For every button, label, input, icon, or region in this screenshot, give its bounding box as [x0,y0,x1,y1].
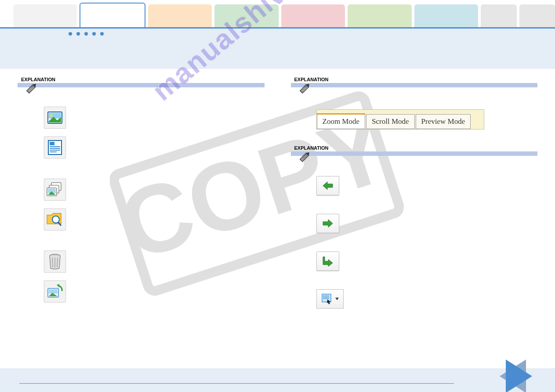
trash-icon[interactable] [44,251,66,273]
dot [92,32,96,36]
navigation-buttons [316,176,538,309]
mode-scroll[interactable]: Scroll Mode [366,114,415,129]
section-label-left: EXPLANATION [21,77,265,82]
svg-rect-29 [49,289,58,294]
dot [76,32,80,36]
svg-marker-31 [57,284,59,288]
svg-line-27 [57,258,58,267]
top-tabs-row [0,0,555,27]
image-icon[interactable] [44,107,66,129]
progress-dots [69,32,555,36]
toolbar-icons-list [44,107,265,302]
arrow-left-icon [322,181,334,191]
mode-tab-bar: Zoom Mode Scroll Mode Preview Mode [316,109,484,129]
footer-divider [19,383,454,384]
back-button[interactable] [316,176,339,195]
next-page-arrow[interactable] [505,360,553,392]
section-label-right-top: EXPLANATION [294,77,538,82]
tab-4[interactable] [281,4,345,27]
slideshow-icon[interactable] [44,179,66,201]
tab-3[interactable] [214,4,278,27]
rotate-image-icon[interactable] [44,281,66,302]
chevron-down-icon [335,298,339,300]
tab-5[interactable] [348,4,411,27]
pencil-icon [24,80,40,96]
svg-line-25 [52,258,53,267]
tab-0[interactable] [13,4,77,27]
left-column: EXPLANATION [18,77,265,309]
footer-bar [0,368,555,392]
svg-marker-51 [506,360,532,392]
svg-rect-44 [322,294,331,302]
up-level-button[interactable] [316,252,339,271]
select-tool-icon [321,293,334,305]
zoom-folder-icon[interactable] [44,209,66,230]
tab-1-active[interactable] [80,3,145,27]
tab-8[interactable] [519,4,555,27]
mode-preview[interactable]: Preview Mode [416,114,471,129]
page-layout-icon[interactable] [44,137,66,158]
arrow-right-icon [322,219,334,228]
mode-zoom[interactable]: Zoom Mode [317,113,366,129]
arrow-up-back-icon [322,256,334,266]
pencil-icon [297,80,313,96]
tab-2[interactable] [148,4,212,27]
section-bar-left [18,83,265,87]
dot [69,32,72,36]
dot [100,32,104,36]
selection-tool-button[interactable] [316,289,344,309]
svg-marker-42 [323,182,333,190]
tab-7[interactable] [481,4,516,27]
section-label-right-mid: EXPLANATION [294,145,538,151]
forward-button[interactable] [316,214,339,233]
svg-point-9 [50,114,53,117]
svg-marker-43 [323,219,333,227]
page-nav-arrows [479,360,553,392]
tab-6[interactable] [414,4,478,27]
dot [84,32,88,36]
section-bar-right-mid [291,151,538,156]
svg-marker-49 [335,298,339,300]
section-bar-right-top [291,83,538,87]
pencil-icon [297,149,313,165]
dots-band [0,29,555,69]
svg-rect-12 [50,142,54,145]
right-column: EXPLANATION Zoom Mode Scroll Mode Previe… [291,77,538,309]
